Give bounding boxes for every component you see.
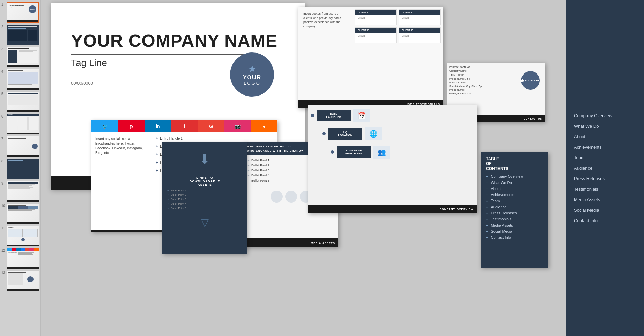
toc-item-label: Testimonials — [491, 217, 511, 221]
nav-achievements[interactable]: Achievements — [566, 142, 644, 152]
nav-what-we-do[interactable]: What We Do — [566, 121, 644, 131]
nav-team[interactable]: Team — [566, 152, 644, 163]
cloud-download-icon: ⬇ — [199, 151, 210, 167]
media-assets-bar: MEDIA ASSETS — [244, 238, 338, 247]
dl-bullet-4: Bullet Point 4 — [166, 202, 243, 205]
slide-thumb-7[interactable]: 7 — [1, 136, 39, 157]
date-launched-label: DATELAUNCHED — [317, 110, 351, 121]
toc-item-label: Audience — [491, 205, 506, 209]
toc-item-team[interactable]: + Team — [486, 199, 543, 203]
nav-media-assets[interactable]: Media Assets — [566, 194, 644, 205]
toc-item-social-media[interactable]: + Social Media — [486, 229, 543, 233]
toc-item-label: Press Releases — [491, 211, 517, 215]
social-link-1[interactable]: + Link / Handle 1 — [156, 136, 274, 141]
slide-thumb-8[interactable]: 8 — [1, 159, 39, 180]
slide-number: 13 — [1, 270, 5, 275]
slide-thumbnail[interactable]: PRESS KIT — [7, 226, 39, 247]
slide-thumb-12[interactable]: 12 Social media links here — [1, 248, 39, 269]
slide-thumb-10[interactable]: 10 — [1, 203, 39, 224]
plus-icon: + — [486, 193, 488, 197]
slide-thumbnail[interactable] — [7, 47, 39, 68]
social-icons-bar: 🐦 𝕡 in f G 📷 ● — [91, 120, 277, 132]
slide-thumbnail[interactable] — [7, 181, 39, 202]
slide-number: 10 — [1, 203, 5, 208]
slide-number: 8 — [1, 159, 5, 163]
toc-item-contact-info[interactable]: + Contact Info — [486, 235, 543, 239]
toc-item-testimonials[interactable]: + Testimonials — [486, 217, 543, 221]
toc-item-company-overview[interactable]: + Company Overview — [486, 174, 543, 178]
plus-icon: + — [486, 199, 488, 203]
download-icon-area: ⬇ — [162, 142, 247, 176]
plus-icon: + — [486, 223, 488, 227]
slide-number: 4 — [1, 69, 5, 74]
overview-bottom-bar: COMPANY OVERVIEW — [308, 205, 477, 213]
slide-thumbnail[interactable] — [7, 91, 39, 112]
instagram-icon: 📷 — [224, 120, 251, 132]
tagline: Tag Line — [71, 58, 107, 68]
plus-icon: + — [486, 229, 488, 233]
nav-contact-info[interactable]: Contact Info — [566, 215, 644, 226]
company-overview-label: COMPANY OVERVIEW — [440, 208, 474, 211]
test-card-row-2: CLIENT ID Details CLIENT ID Details — [355, 27, 441, 43]
company-name: YOUR COMPANY NAME — [71, 30, 277, 51]
toc-item-audience[interactable]: + Audience — [486, 205, 543, 209]
hq-location-label: HQLOCATION — [328, 128, 362, 140]
slide-thumb-11[interactable]: 11 PRESS KIT — [1, 226, 39, 247]
test-card-3: CLIENT ID Details — [355, 27, 397, 43]
slide-thumb-2[interactable]: 2 — [1, 24, 39, 45]
slide-thumb-4[interactable]: 4 — [1, 69, 39, 90]
pinterest-icon: 𝕡 — [118, 120, 145, 132]
slide-thumbnail[interactable] — [7, 270, 39, 291]
nav-about[interactable]: About — [566, 131, 644, 142]
slide-thumb-5[interactable]: 5 — [1, 91, 39, 112]
slide-thumbnail[interactable]: COMPANY — [7, 114, 39, 135]
slide-thumb-6[interactable]: 6 COMPANY — [1, 114, 39, 135]
slide-thumbnail[interactable] — [7, 69, 39, 90]
globe-icon: 🌐 — [365, 127, 382, 140]
slide-number: 2 — [1, 24, 5, 29]
employees-label: NUMBER OFEMPLOYEES — [337, 146, 371, 158]
slide-thumbnail[interactable] — [7, 159, 39, 180]
slide-thumb-13[interactable]: 13 — [1, 270, 39, 291]
toc-item-press-releases[interactable]: + Press Releases — [486, 211, 543, 215]
main-canvas-area: YOUR COMPANY NAME Tag Line 00/00/0000 ★ … — [41, 0, 566, 336]
toc-header: TABLE OF CONTENTS — [481, 152, 548, 172]
slide-thumbnail[interactable] — [7, 24, 39, 45]
thumb-tag: Tag Line — [9, 7, 13, 9]
contact-logo: ★ YOUR LOGO — [521, 71, 540, 90]
slide-thumbnail[interactable]: Social media links here — [7, 248, 39, 269]
slide-thumb-1[interactable]: 1 YOUR COMPANY NAME Tag Line LOGO — [1, 2, 39, 23]
nav-press-releases[interactable]: Press Releases — [566, 173, 644, 184]
slide-thumb-3[interactable]: 3 — [1, 47, 39, 68]
date: 00/00/0000 — [71, 81, 93, 86]
nav-audience[interactable]: Audience — [566, 163, 644, 173]
toc-item-what-we-do[interactable]: + What We Do — [486, 181, 543, 185]
nav-company-overview[interactable]: Company Overview — [566, 110, 644, 121]
toc-item-achievements[interactable]: + Achievements — [486, 193, 543, 197]
plus-icon: + — [156, 152, 158, 157]
nav-testimonials[interactable]: Testimonials — [566, 184, 644, 194]
toc-item-media-assets[interactable]: + Media Assets — [486, 223, 543, 227]
slide-thumbnail[interactable]: YOUR COMPANY NAME Tag Line LOGO — [7, 2, 39, 23]
overview-slide: DATELAUNCHED 📅 HQLOCATION 🌐 NUMBER OFEMP… — [308, 105, 477, 213]
slide-thumb-9[interactable]: 9 — [1, 181, 39, 202]
toc-items-list: + Company Overview + What We Do + About … — [481, 172, 548, 244]
linkedin-icon: in — [145, 120, 171, 132]
plus-icon: + — [156, 136, 158, 141]
dl-bullet-3: Bullet Point 3 — [166, 198, 243, 201]
slide-thumbnail[interactable] — [7, 136, 39, 157]
toc-item-label: Achievements — [491, 193, 514, 197]
test-card-header: CLIENT ID — [399, 10, 440, 15]
test-card-row-1: CLIENT ID Details CLIENT ID Details — [355, 9, 441, 25]
slide-thumbnail[interactable] — [7, 203, 39, 224]
employees-item: NUMBER OFEMPLOYEES 👥 — [331, 146, 473, 159]
toc-item-label: Contact Info — [491, 235, 511, 239]
slide-number: 5 — [1, 91, 5, 96]
people-icon: 👥 — [373, 146, 390, 159]
testimonials-body: Insert quotes from users or clients who … — [298, 7, 443, 108]
test-card-body: Details — [399, 33, 440, 43]
test-card-4: CLIENT ID Details — [399, 27, 441, 43]
toc-item-about[interactable]: + About — [486, 187, 543, 191]
nav-social-media[interactable]: Social Media — [566, 205, 644, 215]
download-bullets: Bullet Point 1 Bullet Point 2 Bullet Poi… — [162, 186, 247, 214]
